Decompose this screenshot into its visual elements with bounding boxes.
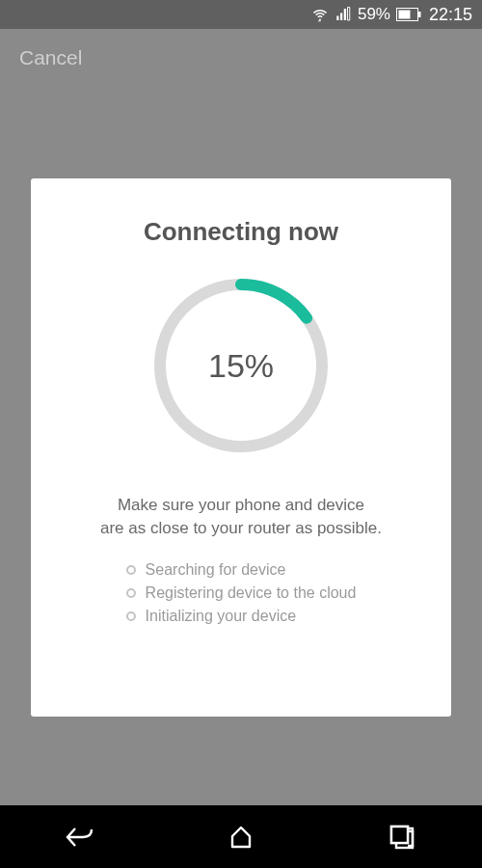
step-label: Initializing your device [146, 608, 297, 625]
bullet-icon [126, 611, 136, 621]
list-item: Searching for device [126, 561, 357, 579]
progress-percent-label: 15% [208, 347, 274, 385]
progress-ring: 15% [149, 274, 333, 457]
recent-icon [389, 825, 415, 850]
android-nav-bar [0, 805, 482, 868]
connecting-modal: Connecting now 15% Make sure your phone … [31, 178, 451, 717]
hint-line-1: Make sure your phone and device [118, 496, 364, 514]
home-icon [228, 825, 254, 850]
hint-text: Make sure your phone and device are as c… [100, 494, 382, 540]
status-time: 22:15 [429, 5, 472, 25]
back-button[interactable] [41, 818, 119, 856]
bullet-icon [126, 565, 136, 575]
status-bar: 59% 22:15 [0, 0, 482, 29]
cancel-button[interactable]: Cancel [19, 46, 82, 69]
home-button[interactable] [202, 818, 280, 856]
step-label: Registering device to the cloud [146, 584, 357, 602]
list-item: Initializing your device [126, 608, 357, 625]
wifi-icon [311, 6, 329, 23]
steps-list: Searching for device Registering device … [126, 561, 357, 625]
battery-percent: 59% [358, 5, 390, 24]
step-label: Searching for device [146, 561, 286, 579]
list-item: Registering device to the cloud [126, 584, 357, 602]
svg-rect-1 [398, 11, 410, 19]
modal-title: Connecting now [144, 217, 338, 247]
battery-icon [396, 8, 421, 21]
recent-button[interactable] [363, 818, 441, 856]
svg-rect-5 [391, 827, 408, 843]
signal-icon [335, 6, 352, 23]
back-icon [66, 825, 94, 850]
hint-line-2: are as close to your router as possible. [100, 519, 382, 537]
app-header: Cancel [0, 29, 482, 87]
bullet-icon [126, 588, 136, 598]
svg-rect-2 [418, 12, 421, 17]
